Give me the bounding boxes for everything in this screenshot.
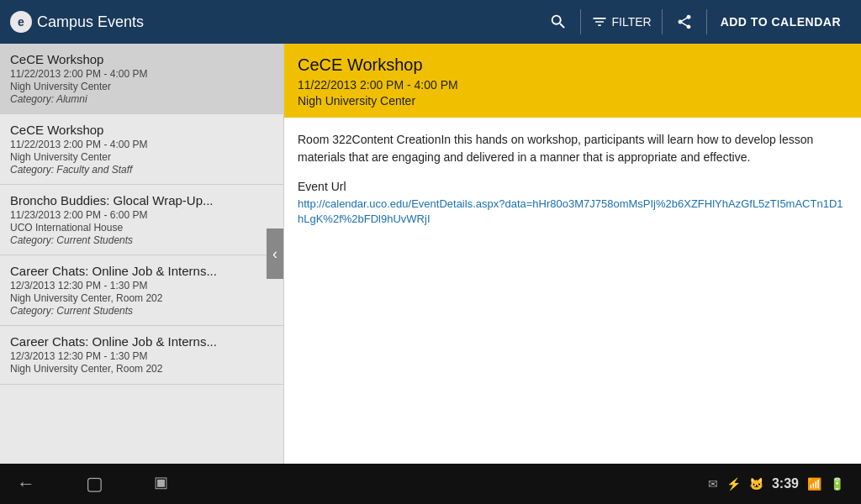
detail-description: Room 322Content CreationIn this hands on… [298, 131, 848, 166]
event-list-item[interactable]: CeCE Workshop 11/22/2013 2:00 PM - 4:00 … [0, 44, 283, 114]
event-item-location: Nigh University Center [10, 81, 273, 92]
app-title: Campus Events [37, 13, 144, 31]
share-button[interactable] [666, 3, 703, 40]
wifi-icon: 📶 [807, 477, 821, 491]
event-item-category: Category: Current Students [10, 234, 273, 246]
recent-apps-button[interactable]: ▣ [154, 473, 168, 495]
cat-icon: 🐱 [749, 477, 763, 491]
event-item-location: UCO International House [10, 222, 273, 234]
event-item-category: Category: Faculty and Staff [10, 164, 273, 176]
detail-url-link[interactable]: http://calendar.uco.edu/EventDetails.asp… [298, 197, 848, 227]
event-detail-body: Room 322Content CreationIn this hands on… [284, 118, 861, 240]
divider [580, 9, 581, 34]
event-item-date: 11/23/2013 2:00 PM - 6:00 PM [10, 209, 273, 221]
android-status-bar: ✉ ⚡ 🐱 3:39 📶 🔋 [708, 476, 844, 491]
event-item-location: Nigh University Center, Room 202 [10, 292, 273, 304]
event-detail-header: CeCE Workshop 11/22/2013 2:00 PM - 4:00 … [284, 44, 861, 118]
collapse-panel-button[interactable] [267, 228, 283, 279]
event-item-category: Category: Alumni [10, 93, 273, 105]
battery-icon: 🔋 [830, 477, 844, 491]
detail-title: CeCE Workshop [298, 55, 848, 75]
event-detail-panel: CeCE Workshop 11/22/2013 2:00 PM - 4:00 … [284, 44, 861, 464]
logo-icon: e [10, 11, 32, 33]
detail-date: 11/22/2013 2:00 PM - 4:00 PM [298, 78, 848, 92]
event-item-location: Nigh University Center, Room 202 [10, 363, 273, 375]
home-button[interactable]: ▢ [86, 473, 103, 495]
main-content-area: CeCE Workshop 11/22/2013 2:00 PM - 4:00 … [0, 44, 861, 464]
event-item-name: Career Chats: Online Job & Interns... [10, 334, 273, 349]
event-item-date: 12/3/2013 12:30 PM - 1:30 PM [10, 350, 273, 362]
event-item-name: CeCE Workshop [10, 123, 273, 137]
filter-button[interactable]: FILTER [584, 3, 658, 40]
divider3 [706, 9, 707, 34]
detail-location: Nigh University Center [298, 94, 848, 108]
event-item-name: Career Chats: Online Job & Interns... [10, 264, 273, 278]
android-navigation-bar: ← ▢ ▣ ✉ ⚡ 🐱 3:39 📶 🔋 [0, 464, 861, 504]
event-item-date: 11/22/2013 2:00 PM - 4:00 PM [10, 139, 273, 150]
back-button[interactable]: ← [17, 473, 35, 495]
event-item-category: Category: Current Students [10, 305, 273, 317]
event-list-item[interactable]: Broncho Buddies: Glocal Wrap-Up... 11/23… [0, 185, 283, 255]
event-item-date: 12/3/2013 12:30 PM - 1:30 PM [10, 280, 273, 291]
app-logo-area: e Campus Events [10, 11, 533, 33]
divider2 [662, 9, 663, 34]
android-nav-buttons: ← ▢ ▣ [17, 473, 168, 495]
event-list-item[interactable]: Career Chats: Online Job & Interns... 12… [0, 326, 283, 385]
top-navigation-bar: e Campus Events FILTER ADD TO CALENDAR [0, 0, 861, 44]
event-item-name: CeCE Workshop [10, 52, 273, 66]
event-item-name: Broncho Buddies: Glocal Wrap-Up... [10, 193, 273, 207]
usb-icon: ⚡ [726, 477, 741, 491]
detail-url-label: Event Url [298, 180, 848, 193]
clock: 3:39 [772, 476, 799, 491]
event-list-panel: CeCE Workshop 11/22/2013 2:00 PM - 4:00 … [0, 44, 284, 464]
add-to-calendar-button[interactable]: ADD TO CALENDAR [710, 15, 851, 29]
email-icon: ✉ [708, 477, 718, 491]
event-item-location: Nigh University Center [10, 151, 273, 163]
event-list-item[interactable]: Career Chats: Online Job & Interns... 12… [0, 255, 283, 326]
event-item-date: 11/22/2013 2:00 PM - 4:00 PM [10, 68, 273, 80]
event-list-item[interactable]: CeCE Workshop 11/22/2013 2:00 PM - 4:00 … [0, 114, 283, 185]
search-button[interactable] [540, 3, 577, 40]
top-bar-actions: FILTER ADD TO CALENDAR [540, 3, 851, 40]
